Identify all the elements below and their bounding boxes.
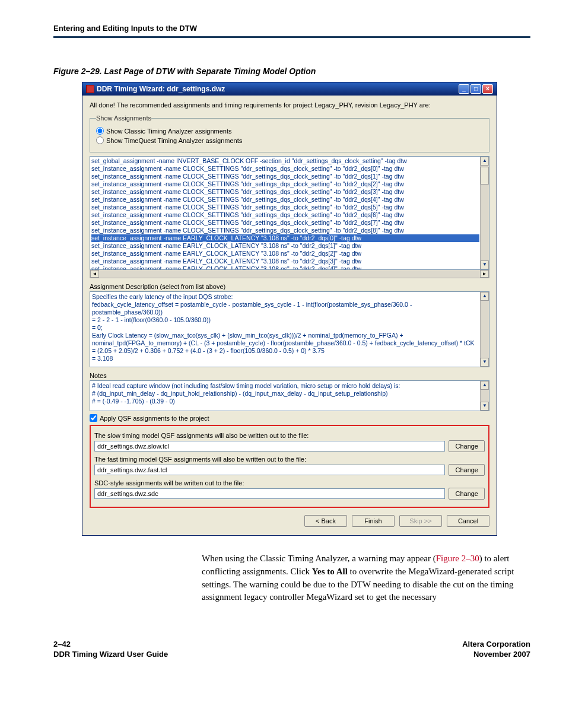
radio-timequest-input[interactable] — [96, 136, 104, 144]
footer-date: November 2007 — [473, 650, 530, 659]
list-item[interactable]: set_instance_assignment -name CLOCK_SETT… — [91, 165, 479, 173]
desc-scrollbar[interactable]: ▲ ▼ — [480, 292, 489, 367]
slow-file-label: The slow timing model QSF assignments wi… — [94, 432, 485, 439]
list-item[interactable]: set_instance_assignment -name EARLY_CLOC… — [91, 265, 479, 270]
window-titlebar: DDR Timing Wizard: ddr_settings.dwz _ □ … — [82, 82, 497, 96]
scroll-up-button[interactable]: ▲ — [481, 157, 489, 166]
section-title: Entering and Editing Inputs to the DTW — [53, 24, 197, 33]
dtw-window: DDR Timing Wizard: ddr_settings.dwz _ □ … — [82, 82, 497, 536]
description-label: Assignment Description (select from list… — [90, 283, 489, 290]
list-item[interactable]: set_instance_assignment -name CLOCK_SETT… — [91, 173, 479, 180]
skip-button: Skip >> — [399, 515, 442, 527]
window-title: DDR Timing Wizard: ddr_settings.dwz — [97, 85, 225, 93]
show-assignments-legend: Show Assignments — [96, 115, 151, 122]
description-line: Early Clock Latency = (slow_max_tco(sys_… — [92, 332, 479, 347]
page-footer: 2–42 DDR Timing Wizard User Guide Altera… — [53, 640, 530, 660]
scroll-thumb[interactable] — [481, 167, 489, 185]
sdc-file-label: SDC-style assignments will be written ou… — [94, 479, 485, 487]
company-name: Altera Corporation — [462, 640, 530, 648]
apply-qsf-checkbox[interactable]: Apply QSF assignments to the project — [90, 414, 489, 422]
page-number: 2–42 — [53, 640, 71, 648]
slow-change-button[interactable]: Change — [449, 440, 485, 452]
description-box[interactable]: Specifies the early latency of the input… — [90, 291, 489, 367]
maximize-button[interactable]: □ — [470, 84, 481, 94]
list-item[interactable]: set_instance_assignment -name CLOCK_SETT… — [91, 211, 479, 219]
intro-text: All done! The recommended assignments an… — [90, 101, 489, 109]
scroll-down-button[interactable]: ▼ — [481, 260, 489, 269]
body-text-a: When using the Classic Timing Analyzer, … — [202, 554, 436, 563]
radio-timequest-label: Show TimeQuest Timing Analyzer assignmen… — [106, 137, 242, 144]
slow-file-input[interactable] — [94, 441, 445, 452]
desc-scroll-down[interactable]: ▼ — [481, 358, 489, 367]
back-button[interactable]: < Back — [304, 515, 347, 527]
fast-change-button[interactable]: Change — [449, 464, 485, 476]
list-item[interactable]: set_instance_assignment -name EARLY_CLOC… — [91, 234, 479, 242]
figure-xref[interactable]: Figure 2–30 — [436, 554, 479, 563]
list-item[interactable]: set_instance_assignment -name EARLY_CLOC… — [91, 242, 479, 250]
radio-classic-label: Show Classic Timing Analyzer assignments — [106, 128, 232, 135]
description-line: Specifies the early latency of the input… — [92, 293, 479, 301]
description-line: = 2 - 2 - 1 - int(floor(0/360.0 - 105.0/… — [92, 316, 479, 324]
radio-classic-input[interactable] — [96, 127, 104, 135]
notes-box[interactable]: # Ideal read capture window (not includi… — [90, 380, 489, 411]
vertical-scrollbar[interactable]: ▲ ▼ — [480, 157, 489, 269]
guide-title: DDR Timing Wizard User Guide — [53, 650, 168, 659]
cancel-button[interactable]: Cancel — [447, 515, 489, 527]
scroll-left-button[interactable]: ◄ — [90, 270, 99, 278]
apply-qsf-input[interactable] — [90, 414, 97, 422]
list-item[interactable]: set_instance_assignment -name CLOCK_SETT… — [91, 180, 479, 188]
page-header: Entering and Editing Inputs to the DTW — [53, 24, 530, 38]
radio-classic[interactable]: Show Classic Timing Analyzer assignments — [96, 127, 483, 135]
list-item[interactable]: set_instance_assignment -name EARLY_CLOC… — [91, 250, 479, 257]
list-item[interactable]: set_instance_assignment -name EARLY_CLOC… — [91, 257, 479, 265]
notes-line: # (dq_input_min_delay - dq_input_hold_re… — [92, 390, 479, 398]
notes-scroll-down[interactable]: ▼ — [481, 402, 489, 411]
fast-file-input[interactable] — [94, 465, 445, 475]
description-line: = 3.108 — [92, 355, 479, 363]
finish-button[interactable]: Finish — [352, 515, 395, 527]
list-item[interactable]: set_instance_assignment -name CLOCK_SETT… — [91, 219, 479, 227]
list-item[interactable]: set_global_assignment -name INVERT_BASE_… — [91, 157, 479, 165]
figure-caption: Figure 2–29. Last Page of DTW with Separ… — [53, 66, 530, 76]
list-item[interactable]: set_instance_assignment -name CLOCK_SETT… — [91, 227, 479, 234]
minimize-button[interactable]: _ — [459, 84, 469, 94]
close-button[interactable]: × — [482, 84, 493, 94]
horizontal-scrollbar[interactable]: ◄ ► — [90, 269, 489, 278]
notes-line: # Ideal read capture window (not includi… — [92, 382, 479, 390]
fast-file-label: The fast timing model QSF assignments wi… — [94, 456, 485, 463]
list-item[interactable]: set_instance_assignment -name CLOCK_SETT… — [91, 196, 479, 204]
notes-label: Notes — [90, 372, 489, 379]
radio-timequest[interactable]: Show TimeQuest Timing Analyzer assignmen… — [96, 136, 483, 144]
list-item[interactable]: set_instance_assignment -name CLOCK_SETT… — [91, 188, 479, 196]
sdc-file-input[interactable] — [94, 488, 445, 499]
description-line: = 0; — [92, 324, 479, 332]
list-item[interactable]: set_instance_assignment -name CLOCK_SETT… — [91, 204, 479, 211]
app-icon — [86, 85, 94, 93]
notes-scrollbar[interactable]: ▲ ▼ — [480, 381, 489, 411]
body-paragraph: When using the Classic Timing Analyzer, … — [202, 552, 530, 604]
show-assignments-group: Show Assignments Show Classic Timing Ana… — [90, 115, 489, 152]
body-bold: Yes to All — [312, 567, 348, 576]
notes-scroll-up[interactable]: ▲ — [481, 381, 489, 390]
description-line: = (2.05 + 2.05)/2 + 0.306 + 0.752 + (4.0… — [92, 347, 479, 355]
output-files-frame: The slow timing model QSF assignments wi… — [90, 425, 489, 508]
assignments-listbox[interactable]: set_global_assignment -name INVERT_BASE_… — [90, 156, 489, 270]
desc-scroll-up[interactable]: ▲ — [481, 292, 489, 301]
notes-line: # = (-0.49 - -1.705) - (0.39 - 0) — [92, 398, 479, 405]
apply-qsf-label: Apply QSF assignments to the project — [100, 415, 209, 422]
description-line: fedback_cycle_latency_offset = postamble… — [92, 301, 479, 316]
sdc-change-button[interactable]: Change — [449, 488, 485, 500]
scroll-right-button[interactable]: ► — [480, 270, 489, 278]
